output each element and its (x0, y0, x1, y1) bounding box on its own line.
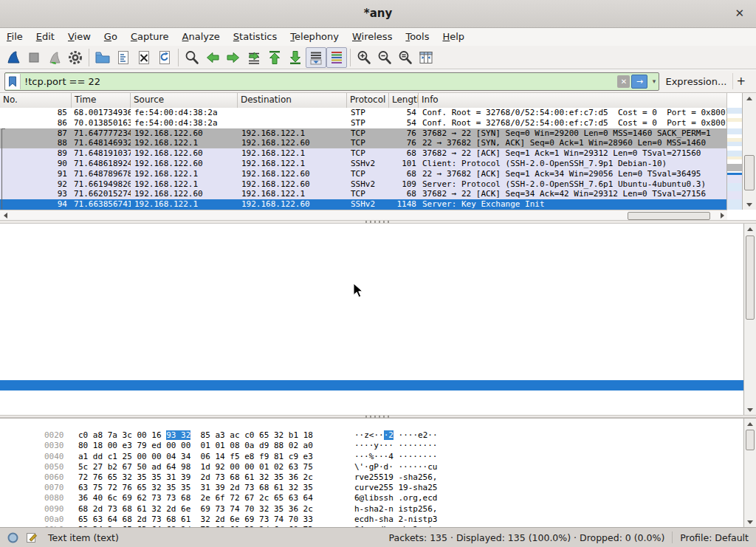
save-file-icon[interactable] (113, 47, 134, 68)
packet-list-hscrollbar[interactable] (0, 210, 727, 220)
detail-line[interactable]: [Next sequence number: 1122 (relative se… (0, 256, 743, 266)
start-capture-icon[interactable] (3, 47, 24, 68)
colorize-packets-icon[interactable] (326, 47, 347, 68)
auto-scroll-icon[interactable] (306, 47, 326, 68)
scroll-up-icon[interactable] (744, 224, 756, 234)
scroll-thumb[interactable] (746, 235, 755, 320)
menu-item[interactable]: Edit (30, 28, 61, 46)
find-packet-icon[interactable] (182, 47, 202, 68)
hex-row[interactable]: 0020c0 a8 7a 3c 00 16 93 32 85 a3 ac c0 … (0, 420, 756, 430)
stop-capture-icon[interactable] (24, 47, 44, 68)
detail-line[interactable]: [Window size scaling factor: 128] (0, 318, 743, 328)
filter-dropdown-icon[interactable]: ▾ (649, 78, 659, 85)
detail-line[interactable]: Urgent pointer: 0 (0, 349, 743, 359)
go-to-packet-icon[interactable] (244, 47, 264, 68)
packet-row[interactable]: 92 71.661949820 192.168.122.1 192.168.12… (0, 179, 727, 190)
details-vscrollbar[interactable] (743, 224, 756, 415)
column-header[interactable]: No. (0, 93, 72, 108)
reload-file-icon[interactable] (154, 47, 175, 68)
hex-vscrollbar[interactable] (743, 419, 756, 527)
menu-item[interactable]: View (61, 28, 97, 46)
go-back-icon[interactable] (202, 47, 223, 68)
menu-item[interactable]: Telephony (284, 28, 346, 46)
detail-line[interactable]: [TCP Segment Len: 1080] (0, 235, 743, 246)
detail-line[interactable]: ▸[SEQ/ACK analysis] (0, 370, 743, 380)
column-header[interactable]: Protocol (347, 93, 389, 108)
menu-item[interactable]: Capture (124, 28, 176, 46)
filter-apply-icon[interactable]: → (631, 75, 647, 89)
resize-columns-icon[interactable] (416, 47, 436, 68)
expert-info-icon[interactable] (7, 532, 18, 543)
menu-item[interactable]: Analyze (176, 28, 227, 46)
column-header[interactable]: Length (389, 93, 419, 108)
detail-line[interactable]: 1000 .... = Header Length: 32 bytes (8) (0, 277, 743, 287)
packet-row[interactable]: 86 70.013850163 fe:54:00:d4:38:2a STP 54… (0, 118, 727, 128)
scroll-down-icon[interactable] (743, 199, 756, 210)
packet-row[interactable]: 93 71.662015274 192.168.122.60 192.168.1… (0, 189, 727, 199)
detail-line[interactable]: ▸[Timestamps] (0, 380, 743, 391)
column-header[interactable]: Time (72, 93, 131, 108)
filter-clear-icon[interactable]: ✕ (617, 75, 630, 88)
hex-offset: 0040 (39, 452, 69, 462)
packet-row[interactable]: 89 71.648191037 192.168.122.60 192.168.1… (0, 148, 727, 159)
restart-capture-icon[interactable] (44, 47, 65, 68)
add-filter-button[interactable]: + (732, 73, 752, 89)
detail-line[interactable]: ▾SSH Protocol (0, 401, 743, 411)
scroll-right-icon[interactable] (717, 210, 727, 220)
scroll-thumb[interactable] (628, 212, 710, 220)
scroll-down-icon[interactable] (744, 517, 756, 527)
packet-row[interactable]: 91 71.648789678 192.168.122.1 192.168.12… (0, 169, 727, 179)
detail-line[interactable]: [Stream index: 0] (0, 225, 743, 235)
scroll-thumb[interactable] (746, 430, 755, 450)
intelligent-scrollbar-minimap[interactable] (726, 108, 742, 210)
close-window-icon[interactable]: ✕ (730, 0, 749, 27)
close-file-icon[interactable] (134, 47, 154, 68)
detail-line[interactable]: Window size value: 227 (0, 297, 743, 308)
hex-dump-pane: 0020c0 a8 7a 3c 00 16 93 32 85 a3 ac c0 … (0, 418, 756, 527)
scroll-thumb[interactable] (744, 155, 755, 190)
detail-line[interactable]: Acknowledgment number: 34 (relative ack … (0, 266, 743, 277)
detail-line[interactable]: ▸Options: (12 bytes), No-Operation (NOP)… (0, 359, 743, 370)
hex-ascii: ecdh-sha 2-nistp3 (354, 515, 438, 524)
capture-comment-icon[interactable] (26, 531, 38, 543)
menu-item[interactable]: Help (436, 28, 471, 46)
detail-line[interactable]: ▸Flags: 0x018 (PSH, ACK) (0, 287, 743, 297)
menu-item[interactable]: File (0, 28, 30, 46)
scroll-down-icon[interactable] (744, 405, 756, 415)
detail-line[interactable]: TCP payload (1080 bytes) (0, 391, 743, 401)
menu-item[interactable]: Wireless (346, 28, 399, 46)
expression-button[interactable]: Expression... (665, 76, 726, 87)
open-file-icon[interactable] (92, 47, 113, 68)
menu-item[interactable]: Tools (399, 28, 436, 46)
go-forward-icon[interactable] (223, 47, 244, 68)
packet-row[interactable]: 85 68.001734936 fe:54:00:d4:38:2a STP 54… (0, 108, 727, 118)
column-header[interactable]: Destination (238, 93, 347, 108)
go-first-packet-icon[interactable] (264, 47, 285, 68)
detail-line[interactable]: [Checksum Status: Unverified] (0, 339, 743, 349)
detail-line[interactable]: Sequence number: 42 (relative sequence n… (0, 246, 743, 256)
filter-value[interactable]: !tcp.port == 22 (21, 76, 617, 87)
packet-list-vscrollbar[interactable] (742, 93, 756, 210)
packet-counts-text: Packets: 135 · Displayed: 135 (100.0%) ·… (389, 532, 665, 543)
column-header[interactable]: Info (419, 93, 727, 108)
packet-row[interactable]: 90 71.648618924 192.168.122.60 192.168.1… (0, 159, 727, 169)
filter-bookmark-icon[interactable] (5, 74, 21, 89)
zoom-reset-icon[interactable] (395, 47, 416, 68)
scroll-up-icon[interactable] (743, 93, 756, 103)
menu-item[interactable]: Statistics (227, 28, 284, 46)
go-last-packet-icon[interactable] (285, 47, 306, 68)
scroll-left-icon[interactable] (0, 210, 10, 220)
column-header[interactable]: Source (131, 93, 238, 108)
packet-row[interactable]: 88 71.648146932 192.168.122.1 192.168.12… (0, 138, 727, 148)
detail-line[interactable]: [Calculated window size: 29056] (0, 308, 743, 318)
scroll-up-icon[interactable] (744, 419, 756, 429)
zoom-in-icon[interactable] (354, 47, 374, 68)
packet-row[interactable]: 94 71.663856741 192.168.122.1 192.168.12… (0, 199, 727, 210)
zoom-out-icon[interactable] (374, 47, 395, 68)
capture-options-icon[interactable] (65, 47, 86, 68)
packet-row[interactable]: 87 71.647777234 192.168.122.60 192.168.1… (0, 128, 727, 139)
detail-line[interactable]: Checksum: 0x79ed [unverified] (0, 328, 743, 339)
display-filter-input[interactable]: !tcp.port == 22 ✕ → ▾ (4, 72, 659, 91)
profile-text[interactable]: Profile: Default (680, 532, 749, 543)
menu-item[interactable]: Go (97, 28, 124, 46)
